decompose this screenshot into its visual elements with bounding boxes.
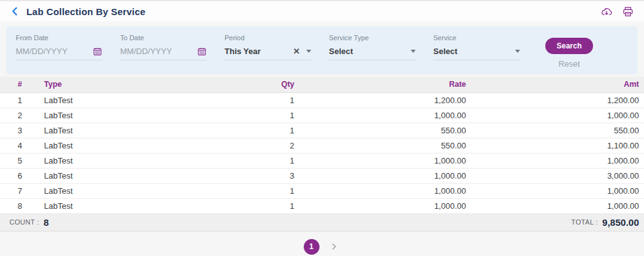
- column-header-num: #: [0, 77, 44, 92]
- count-value: 8: [43, 217, 48, 228]
- to-date-field: To Date MM/DD/YYYY: [120, 34, 207, 60]
- to-date-input[interactable]: MM/DD/YYYY: [120, 46, 207, 60]
- period-field: Period This Year ✕: [225, 34, 311, 60]
- chevron-down-icon[interactable]: [411, 50, 416, 53]
- to-date-placeholder: MM/DD/YYYY: [120, 47, 172, 56]
- row-number: 5: [0, 153, 44, 168]
- print-button[interactable]: [620, 4, 635, 19]
- chevron-down-icon[interactable]: [515, 50, 520, 53]
- cell-rate: 1,000.00: [298, 153, 471, 168]
- row-number: 8: [0, 198, 44, 213]
- printer-icon: [622, 6, 634, 18]
- from-date-placeholder: MM/DD/YYYY: [16, 47, 67, 56]
- cell-qty: 3: [260, 168, 298, 183]
- service-type-value: Select: [329, 47, 353, 56]
- next-page-button[interactable]: [327, 240, 341, 253]
- table-row: 2 LabTest 1 1,000.00 1,000.00: [0, 108, 644, 123]
- cell-rate: 550.00: [298, 123, 471, 138]
- cell-amount: 1,000.00: [471, 153, 644, 168]
- cell-type: LabTest: [44, 123, 260, 138]
- period-select[interactable]: This Year ✕: [225, 46, 311, 60]
- cell-rate: 1,000.00: [298, 183, 471, 198]
- row-number: 1: [0, 92, 44, 108]
- from-date-input[interactable]: MM/DD/YYYY: [16, 46, 103, 60]
- cell-qty: 1: [260, 92, 298, 108]
- column-header-amt: Amt: [471, 77, 644, 92]
- cell-qty: 1: [260, 108, 298, 123]
- back-button[interactable]: [9, 5, 21, 18]
- table-row: 8 LabTest 1 1,000.00 1,000.00: [0, 198, 644, 213]
- chevron-right-icon: [330, 242, 338, 251]
- cell-type: LabTest: [44, 108, 260, 123]
- row-number: 4: [0, 138, 44, 153]
- cell-qty: 2: [260, 138, 298, 153]
- cell-type: LabTest: [44, 153, 260, 168]
- service-field: Service Select: [433, 34, 520, 60]
- table-row: 1 LabTest 1 1,200.00 1,200.00: [0, 92, 644, 108]
- cell-amount: 550.00: [471, 123, 644, 138]
- cloud-download-icon: [601, 6, 613, 18]
- row-number: 2: [0, 108, 44, 123]
- table-row: 4 LabTest 2 550.00 1,100.00: [0, 138, 644, 153]
- cell-amount: 1,000.00: [471, 198, 644, 213]
- total-label: TOTAL :: [571, 218, 597, 226]
- cell-rate: 1,000.00: [298, 108, 471, 123]
- chevron-down-icon[interactable]: [306, 50, 311, 53]
- calendar-icon[interactable]: [92, 47, 103, 57]
- cell-rate: 1,000.00: [298, 198, 471, 213]
- row-number: 3: [0, 123, 44, 138]
- row-number: 7: [0, 183, 44, 198]
- cell-amount: 1,100.00: [471, 138, 644, 153]
- top-bar: Lab Collection By Service: [0, 1, 644, 21]
- column-header-qty: Qty: [260, 77, 298, 92]
- service-label: Service: [433, 34, 520, 42]
- table-header-row: # Type Qty Rate Amt: [0, 77, 644, 92]
- cell-amount: 3,000.00: [471, 168, 644, 183]
- cell-amount: 1,000.00: [471, 108, 644, 123]
- export-button[interactable]: [599, 4, 614, 19]
- cell-type: LabTest: [44, 138, 260, 153]
- to-date-label: To Date: [120, 34, 207, 42]
- table-row: 3 LabTest 1 550.00 550.00: [0, 123, 644, 138]
- cell-qty: 1: [260, 123, 298, 138]
- row-number: 6: [0, 168, 44, 183]
- cell-qty: 1: [260, 153, 298, 168]
- period-value: This Year: [225, 47, 261, 56]
- filter-panel: From Date MM/DD/YYYY To Date MM/DD/YYYY: [6, 26, 638, 74]
- page-title: Lab Collection By Service: [26, 6, 145, 17]
- filter-actions: Search Reset: [545, 34, 593, 69]
- search-button[interactable]: Search: [545, 38, 593, 54]
- clear-icon[interactable]: ✕: [293, 47, 300, 56]
- cell-amount: 1,200.00: [471, 92, 644, 108]
- service-value: Select: [433, 47, 457, 56]
- cell-type: LabTest: [44, 92, 260, 108]
- cell-rate: 1,000.00: [298, 168, 471, 183]
- cell-type: LabTest: [44, 168, 260, 183]
- total-value: 9,850.00: [602, 217, 639, 228]
- cell-type: LabTest: [44, 183, 260, 198]
- cell-rate: 1,200.00: [298, 92, 471, 108]
- table-row: 5 LabTest 1 1,000.00 1,000.00: [0, 153, 644, 168]
- results-table: # Type Qty Rate Amt 1 LabTest 1 1,200.00…: [0, 77, 644, 231]
- reset-button[interactable]: Reset: [558, 59, 580, 69]
- table-row: 7 LabTest 1 1,000.00 1,000.00: [0, 183, 644, 198]
- service-type-field: Service Type Select: [329, 34, 416, 60]
- table-row: 6 LabTest 3 1,000.00 3,000.00: [0, 168, 644, 183]
- pagination: 1: [0, 231, 644, 255]
- summary-bar: COUNT : 8 TOTAL : 9,850.00: [0, 214, 644, 231]
- cell-type: LabTest: [44, 198, 260, 213]
- service-select[interactable]: Select: [433, 46, 520, 60]
- column-header-type: Type: [44, 77, 260, 92]
- count-label: COUNT :: [9, 218, 39, 226]
- calendar-icon[interactable]: [197, 47, 207, 57]
- chevron-left-icon: [10, 6, 20, 16]
- cell-qty: 1: [260, 183, 298, 198]
- service-type-label: Service Type: [329, 34, 416, 42]
- period-label: Period: [225, 34, 311, 42]
- page-1-button[interactable]: 1: [304, 239, 319, 255]
- from-date-field: From Date MM/DD/YYYY: [16, 34, 103, 60]
- from-date-label: From Date: [16, 34, 103, 42]
- service-type-select[interactable]: Select: [329, 46, 416, 60]
- cell-qty: 1: [260, 198, 298, 213]
- column-header-rate: Rate: [298, 77, 471, 92]
